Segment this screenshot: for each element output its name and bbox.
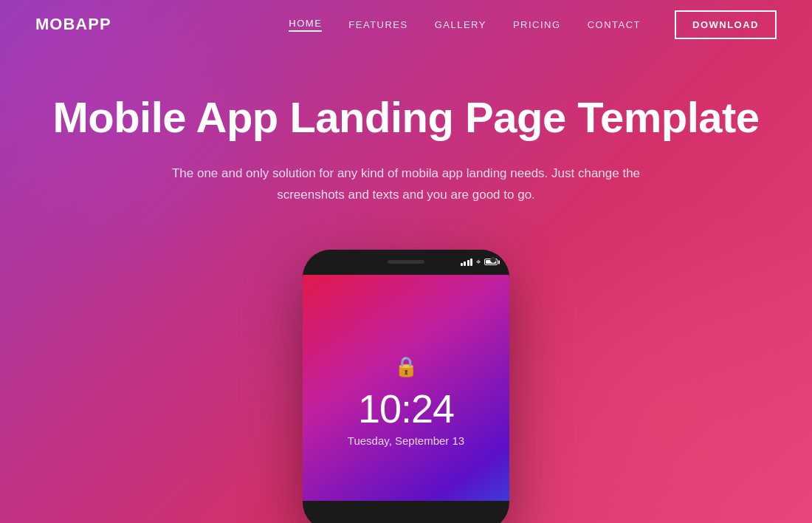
nav-home[interactable]: HOME	[289, 18, 322, 32]
logo-bold: APP	[75, 15, 111, 33]
hero-title: Mobile App Landing Page Template	[0, 93, 812, 143]
lock-date: Tuesday, September 13	[348, 434, 464, 447]
phone-bottom	[303, 501, 509, 523]
signal-bar-3	[467, 260, 469, 266]
phone-notch	[369, 250, 443, 269]
phone-container: 🔒 10:24 Tuesday, September 13	[0, 250, 812, 523]
signal-bars-icon	[461, 259, 473, 266]
wifi-icon: ⌖	[476, 257, 481, 267]
navbar: MOBAPP HOME FEATURES GALLERY PRICING CON…	[0, 0, 812, 49]
nav-gallery[interactable]: GALLERY	[435, 19, 486, 30]
lock-screen: 🔒 10:24 Tuesday, September 13	[303, 250, 509, 523]
nav-links: HOME FEATURES GALLERY PRICING CONTACT DO…	[289, 10, 777, 39]
nav-pricing[interactable]: PRICING	[513, 19, 561, 30]
phone-speaker	[388, 260, 424, 264]
signal-bar-1	[461, 263, 463, 266]
phone-mockup: 🔒 10:24 Tuesday, September 13	[303, 250, 509, 523]
signal-bar-4	[470, 259, 472, 266]
nav-features[interactable]: FEATURES	[348, 19, 407, 30]
signal-bar-2	[464, 262, 466, 266]
hero-content: Mobile App Landing Page Template The one…	[0, 49, 812, 205]
hero-subtitle: The one and only solution for any kind o…	[162, 163, 650, 206]
download-button[interactable]: DOWNLOAD	[675, 10, 777, 39]
logo-regular: MOB	[35, 15, 75, 33]
phone-screen: 🔒 10:24 Tuesday, September 13	[303, 250, 509, 523]
lock-icon: 🔒	[394, 355, 418, 378]
logo[interactable]: MOBAPP	[35, 15, 111, 34]
lock-time: 10:24	[358, 389, 454, 428]
nav-contact[interactable]: CONTACT	[588, 19, 641, 30]
hero-section: MOBAPP HOME FEATURES GALLERY PRICING CON…	[0, 0, 812, 523]
